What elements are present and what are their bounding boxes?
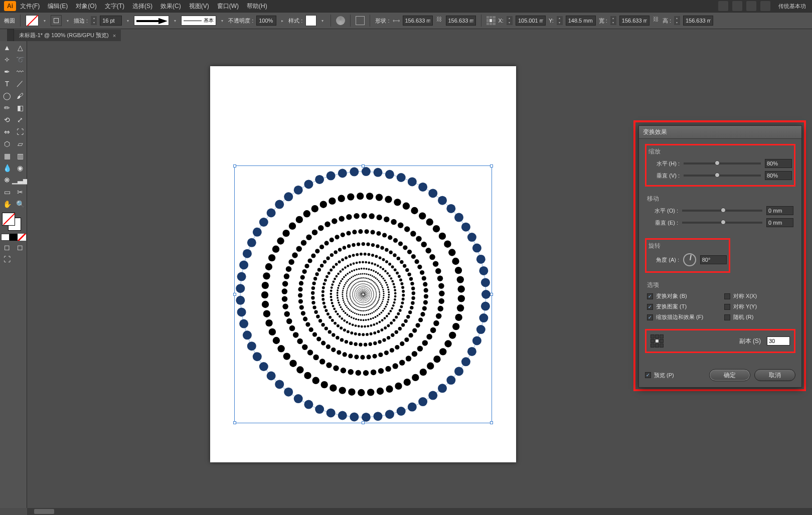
angle-widget[interactable]: [683, 253, 696, 266]
symbol-sprayer-tool[interactable]: ❋: [1, 175, 13, 186]
draw-behind[interactable]: ◻: [14, 242, 26, 253]
x-stepper[interactable]: ▴▾: [507, 16, 513, 25]
menu-select[interactable]: 选择(S): [128, 0, 156, 13]
scale-tool[interactable]: ⤢: [14, 114, 26, 125]
paintbrush-tool[interactable]: 🖌: [14, 90, 26, 101]
recolor-icon[interactable]: [336, 16, 345, 25]
tab-close-icon[interactable]: ×: [113, 33, 116, 39]
workspace-switcher[interactable]: 传统基本功: [774, 3, 810, 10]
reference-point-grid[interactable]: [651, 334, 664, 348]
menu-edit[interactable]: 编辑(E): [44, 0, 72, 13]
stroke-weight-dropdown[interactable]: ▾: [125, 15, 131, 26]
align-icon[interactable]: [356, 16, 365, 25]
magic-wand-tool[interactable]: ✧: [1, 54, 13, 65]
random-checkbox[interactable]: [724, 314, 730, 320]
copies-input[interactable]: 30: [767, 336, 790, 346]
brush-basic[interactable]: 基本: [181, 16, 216, 26]
blend-tool[interactable]: ◉: [14, 162, 26, 174]
type-tool[interactable]: T: [1, 78, 13, 89]
brush-arrow[interactable]: [134, 16, 169, 26]
ellipse-tool[interactable]: ◯: [1, 90, 13, 101]
bridge-icon[interactable]: [718, 1, 728, 11]
color-mode-row[interactable]: [1, 234, 26, 241]
stroke-weight-input[interactable]: [100, 16, 122, 26]
scale-v-slider[interactable]: [684, 175, 761, 177]
link-size-icon[interactable]: ⛓: [653, 16, 660, 25]
cancel-button[interactable]: 取消: [754, 369, 795, 381]
scale-v-value[interactable]: 80%: [765, 171, 792, 180]
gpu-icon[interactable]: [760, 1, 770, 11]
arrange-icon[interactable]: [746, 1, 756, 11]
mesh-tool[interactable]: ▦: [1, 150, 13, 161]
artboard-tool[interactable]: ▭: [1, 187, 13, 198]
horizontal-scrollbar[interactable]: [27, 508, 812, 515]
width-input[interactable]: [619, 16, 649, 26]
link-wh-icon[interactable]: ⛓: [436, 16, 443, 25]
angle-value[interactable]: 80°: [700, 255, 727, 264]
document-tab[interactable]: 未标题-1* @ 100% (RGB/GPU 预览) ×: [14, 30, 121, 41]
reflect-x-checkbox[interactable]: [724, 293, 730, 299]
style-swatch[interactable]: [305, 15, 316, 26]
ok-button[interactable]: 确定: [709, 369, 750, 381]
eyedropper-tool[interactable]: 💧: [1, 162, 13, 174]
fill-swatch[interactable]: [26, 15, 39, 26]
menu-object[interactable]: 对象(O): [72, 0, 100, 13]
shape-builder-tool[interactable]: ⬡: [1, 138, 13, 149]
spiral-artwork[interactable]: [235, 166, 491, 422]
stroke-swatch[interactable]: [51, 15, 62, 26]
dock-handle[interactable]: [7, 29, 14, 41]
move-h-value[interactable]: 0 mm: [766, 206, 793, 215]
hand-tool[interactable]: ✋: [1, 199, 13, 210]
fill-dropdown[interactable]: ▾: [42, 15, 48, 26]
menu-file[interactable]: 文件(F): [16, 0, 44, 13]
gradient-tool[interactable]: ▥: [14, 150, 26, 161]
opacity-input[interactable]: [256, 16, 276, 26]
menu-type[interactable]: 文字(T): [101, 0, 128, 13]
y-input[interactable]: [566, 16, 596, 26]
stroke-dropdown[interactable]: ▾: [65, 15, 71, 26]
width-stepper[interactable]: ▴▾: [610, 16, 616, 25]
y-stepper[interactable]: ▴▾: [557, 16, 563, 25]
selection-tool[interactable]: ▲: [1, 42, 13, 53]
stroke-stepper[interactable]: ▴▾: [91, 16, 97, 25]
move-h-slider[interactable]: [682, 210, 762, 212]
shape-w-input[interactable]: [403, 16, 433, 26]
graph-tool[interactable]: ▁▃▅: [14, 175, 26, 186]
lasso-tool[interactable]: ➰: [14, 54, 26, 65]
rotate-tool[interactable]: ⟲: [1, 114, 13, 125]
scale-h-slider[interactable]: [684, 162, 761, 164]
draw-normal[interactable]: ◻: [1, 242, 13, 253]
curvature-tool[interactable]: 〰: [14, 66, 26, 77]
brush-basic-dropdown[interactable]: ▾: [219, 15, 225, 26]
menu-view[interactable]: 视图(V): [185, 0, 213, 13]
free-transform-tool[interactable]: ⛶: [14, 126, 26, 137]
scale-strokes-checkbox[interactable]: ✓: [647, 314, 653, 320]
menu-help[interactable]: 帮助(H): [243, 0, 271, 13]
fill-stroke-swatch[interactable]: [1, 213, 26, 233]
style-dropdown[interactable]: ▾: [319, 15, 326, 26]
height-input[interactable]: [683, 16, 713, 26]
direct-selection-tool[interactable]: △: [14, 42, 26, 53]
slice-tool[interactable]: ✂: [14, 187, 26, 198]
shape-h-input[interactable]: [446, 16, 476, 26]
screen-mode-toggle[interactable]: ⛶: [1, 254, 13, 265]
height-stepper[interactable]: ▴▾: [674, 16, 680, 25]
eraser-tool[interactable]: ◧: [14, 102, 26, 113]
x-input[interactable]: [516, 16, 546, 26]
preview-checkbox[interactable]: ✓: [645, 372, 651, 378]
menu-effect[interactable]: 效果(C): [156, 0, 185, 13]
scale-h-value[interactable]: 80%: [765, 159, 792, 168]
width-tool[interactable]: ⇔: [1, 126, 13, 137]
opacity-dropdown[interactable]: ▸: [279, 15, 285, 26]
line-tool[interactable]: ／: [14, 78, 26, 89]
transform-objects-checkbox[interactable]: ✓: [647, 293, 653, 299]
transform-patterns-checkbox[interactable]: ✓: [647, 304, 653, 310]
reflect-y-checkbox[interactable]: [724, 304, 730, 310]
shaper-tool[interactable]: ✏: [1, 102, 13, 113]
stock-icon[interactable]: [732, 1, 742, 11]
menu-window[interactable]: 窗口(W): [213, 0, 243, 13]
move-v-slider[interactable]: [682, 222, 762, 224]
zoom-tool[interactable]: 🔍: [14, 199, 26, 210]
move-v-value[interactable]: 0 mm: [766, 218, 793, 227]
pen-tool[interactable]: ✒: [1, 66, 13, 77]
